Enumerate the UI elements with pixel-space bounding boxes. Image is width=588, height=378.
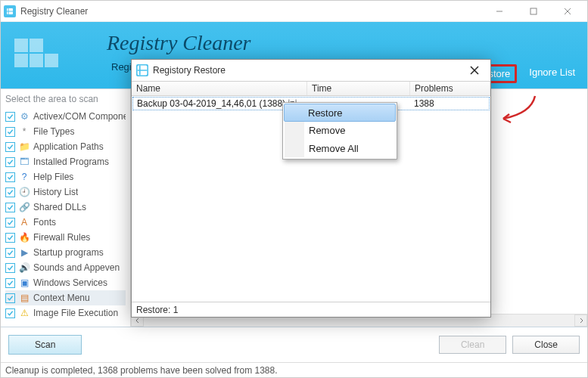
window: Registry Cleaner Registry Cleaner Regist… — [0, 0, 588, 378]
svg-rect-2 — [530, 8, 537, 14]
sidebar-title: Select the area to scan — [5, 94, 126, 104]
checkbox-icon[interactable] — [5, 203, 15, 212]
checkbox-icon[interactable] — [5, 248, 15, 258]
close-button[interactable] — [550, 1, 584, 22]
components-icon: ⚙ — [18, 110, 30, 122]
sidebar-item-warning[interactable]: ⚠Image File Execution — [5, 305, 126, 321]
menu-item-restore[interactable]: Restore — [284, 104, 396, 122]
sidebar-item-filetype[interactable]: *File Types — [5, 124, 126, 139]
sidebar-item-label: Fonts — [33, 217, 56, 228]
sidebar-item-label: Firewall Rules — [33, 232, 90, 243]
sidebar-item-label: Sounds and Appeven — [33, 262, 120, 273]
sidebar-item-label: Image File Execution — [33, 308, 118, 318]
sidebar-item-firewall[interactable]: 🔥Firewall Rules — [5, 230, 126, 245]
service-icon: ▣ — [18, 277, 30, 289]
dll-icon: 🔗 — [18, 201, 30, 213]
checkbox-icon[interactable] — [5, 142, 15, 152]
startup-icon: ▶ — [18, 246, 30, 259]
scan-button[interactable]: Scan — [8, 335, 82, 355]
sidebar-item-label: Windows Services — [33, 277, 107, 288]
sidebar: Select the area to scan ⚙Activex/COM Com… — [1, 89, 131, 327]
status-text: Cleanup is completed, 1368 problems have… — [5, 365, 278, 376]
menu-item-remove[interactable]: Remove — [285, 121, 395, 139]
sidebar-item-label: Help Files — [33, 172, 73, 182]
filetype-icon: * — [18, 125, 30, 138]
sidebar-item-folder[interactable]: 📁Application Paths — [5, 139, 126, 154]
sidebar-item-label: Application Paths — [33, 141, 104, 152]
col-problems-header[interactable]: Problems — [410, 82, 490, 95]
sidebar-item-label: File Types — [33, 126, 74, 137]
minimize-button[interactable] — [482, 1, 516, 22]
ignore-list-button[interactable]: Ignore List — [524, 64, 580, 83]
sidebar-item-label: Installed Programs — [33, 156, 109, 167]
sidebar-item-programs[interactable]: 🗔Installed Programs — [5, 154, 126, 169]
row-name: Backup 03-04-2019_14,46,01 (1388).ini — [133, 98, 307, 110]
history-icon: 🕘 — [18, 186, 30, 198]
checkbox-icon[interactable] — [5, 278, 15, 288]
clean-button[interactable]: Clean — [439, 336, 506, 354]
checkbox-icon[interactable] — [5, 308, 15, 318]
sidebar-item-history[interactable]: 🕘History List — [5, 184, 126, 200]
dialog-close-button[interactable] — [463, 60, 486, 81]
context-menu: RestoreRemoveRemove All — [282, 102, 397, 160]
checkbox-icon[interactable] — [5, 187, 15, 197]
sidebar-item-startup[interactable]: ▶Startup programs — [5, 245, 126, 260]
maximize-button[interactable] — [516, 1, 550, 22]
sidebar-item-sound[interactable]: 🔊Sounds and Appeven — [5, 260, 126, 275]
sidebar-item-components[interactable]: ⚙Activex/COM Compone — [5, 109, 126, 124]
checkbox-icon[interactable] — [5, 172, 15, 182]
sidebar-item-label: Context Menu — [33, 293, 90, 303]
menu-item-remove-all[interactable]: Remove All — [285, 139, 395, 157]
app-icon — [4, 5, 16, 17]
sidebar-item-label: Shared DLLs — [33, 202, 86, 212]
dialog-title: Registory Restore — [153, 65, 226, 76]
checkbox-icon[interactable] — [5, 127, 15, 137]
app-heading: Registry Cleaner — [107, 31, 251, 55]
window-controls — [482, 1, 584, 22]
font-icon: A — [18, 216, 30, 228]
firewall-icon: 🔥 — [18, 231, 30, 243]
sidebar-item-dll[interactable]: 🔗Shared DLLs — [5, 200, 126, 215]
status-bar: Cleanup is completed, 1368 problems have… — [1, 362, 587, 377]
checkbox-icon[interactable] — [5, 157, 15, 167]
main-titlebar: Registry Cleaner — [1, 1, 587, 22]
context-icon: ▤ — [18, 292, 30, 304]
sidebar-item-label: Activex/COM Compone — [33, 111, 126, 122]
programs-icon: 🗔 — [18, 156, 30, 168]
sidebar-item-label: History List — [33, 187, 78, 197]
checkbox-icon[interactable] — [5, 233, 15, 243]
checkbox-icon[interactable] — [5, 112, 15, 122]
sound-icon: 🔊 — [18, 262, 30, 274]
sidebar-item-label: Startup programs — [33, 247, 104, 258]
footer: Scan Clean Close — [1, 327, 587, 362]
sidebar-item-help[interactable]: ?Help Files — [5, 169, 126, 184]
col-name-header[interactable]: Name — [132, 82, 307, 95]
dialog-app-icon — [136, 64, 148, 76]
help-icon: ? — [18, 171, 30, 183]
row-problems: 1388 — [410, 98, 489, 110]
col-time-header[interactable]: Time — [307, 82, 410, 95]
dialog-column-headers: Name Time Problems — [132, 81, 490, 96]
sidebar-item-context[interactable]: ▤Context Menu — [5, 290, 126, 305]
checkbox-icon[interactable] — [5, 218, 15, 228]
dialog-titlebar: Registory Restore — [132, 60, 490, 81]
checkbox-icon[interactable] — [5, 263, 15, 273]
folder-icon: 📁 — [18, 141, 30, 153]
scroll-right-icon[interactable] — [574, 314, 587, 327]
annotation-arrow-icon — [496, 93, 541, 128]
checkbox-icon[interactable] — [5, 293, 15, 303]
restore-dialog: Registory Restore Name Time Problems Bac… — [131, 59, 491, 318]
sidebar-item-font[interactable]: AFonts — [5, 215, 126, 230]
dialog-status: Restore: 1 — [132, 302, 490, 317]
warning-icon: ⚠ — [18, 307, 30, 319]
window-title: Registry Cleaner — [20, 6, 88, 17]
sidebar-item-service[interactable]: ▣Windows Services — [5, 275, 126, 290]
close-app-button[interactable]: Close — [512, 336, 580, 354]
